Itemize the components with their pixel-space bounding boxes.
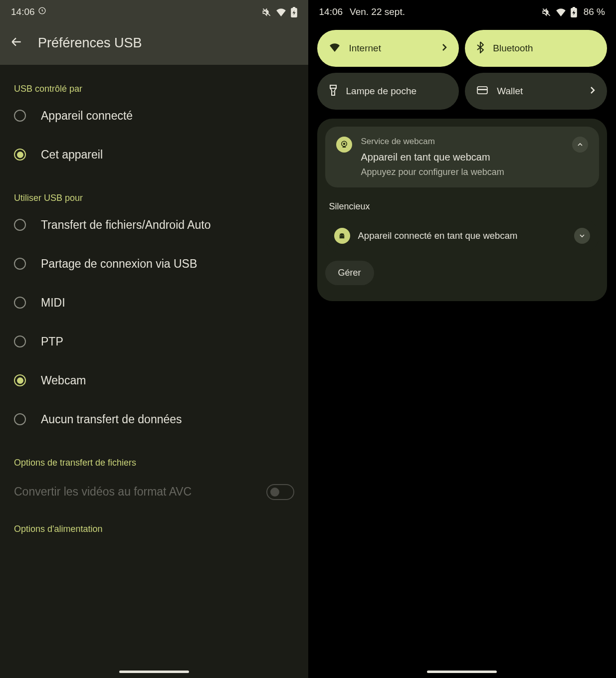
svg-point-10 [341,235,341,236]
status-time: 14:06 [11,6,35,17]
status-date: Ven. 22 sept. [350,6,542,17]
radio-label: MIDI [41,296,65,310]
status-time: 14:06 [319,6,343,17]
usb-use-option-5[interactable]: Aucun transfert de données [14,400,294,439]
manage-button[interactable]: Gérer [325,261,374,285]
usb-use-option-1[interactable]: Partage de connexion via USB [14,244,294,283]
notification-row-label: Appareil connecté en tant que webcam [358,230,567,241]
radio-label: Partage de connexion via USB [41,257,197,271]
android-icon [334,228,350,244]
internet-icon [329,43,340,54]
chevron-right-icon [442,43,447,53]
usb-use-option-0[interactable]: Transfert de fichiers/Android Auto [14,205,294,244]
radio-button[interactable] [14,297,26,309]
usb-controlled-option-0[interactable]: Appareil connecté [14,96,294,135]
notification-group: Service de webcam Appareil en tant que w… [317,119,608,301]
tile-label: Internet [349,43,433,54]
radio-label: Appareil connecté [41,109,133,123]
svg-rect-2 [292,7,295,8]
notification-app-name: Service de webcam [361,137,564,147]
usb-use-option-3[interactable]: PTP [14,322,294,361]
convert-avc-row[interactable]: Convertir les vidéos au format AVC [14,470,294,505]
status-bar-left: 14:06 [0,0,308,24]
clock-icon [38,6,46,17]
bluetooth-icon [477,41,484,55]
svg-rect-4 [573,7,575,8]
svg-rect-7 [477,89,487,90]
radio-button[interactable] [14,413,26,425]
radio-button[interactable] [14,336,26,347]
webcam-icon [336,137,352,153]
settings-header: Préférences USB [0,24,308,65]
back-button[interactable] [10,35,23,50]
home-indicator[interactable] [427,671,497,673]
notification-title: Appareil en tant que webcam [361,152,564,163]
radio-button[interactable] [14,374,26,386]
expand-button[interactable] [574,228,590,244]
wifi-icon [556,8,566,16]
collapse-button[interactable] [572,137,588,153]
section-usb-controlled-by: USB contrôlé par [14,65,294,96]
battery-charging-icon [571,7,577,17]
tile-label: Lampe de poche [346,86,447,97]
radio-label: Cet appareil [41,148,103,162]
battery-charging-icon [291,7,297,17]
svg-point-11 [343,235,343,236]
webcam-connected-notification[interactable]: Appareil connecté en tant que webcam [325,219,600,253]
svg-rect-5 [330,85,336,88]
flashlight-icon [329,84,337,98]
page-title: Préférences USB [38,35,142,51]
radio-button[interactable] [14,110,26,122]
home-indicator[interactable] [119,671,189,673]
status-icons-right: 86 % [542,6,605,17]
tile-flashlight[interactable]: Lampe de poche [317,73,459,110]
radio-label: Transfert de fichiers/Android Auto [41,218,211,232]
mute-icon [542,7,551,17]
status-bar-right: 14:06 Ven. 22 sept. 86 % [308,0,616,24]
tile-internet[interactable]: Internet [317,30,459,67]
wifi-icon [276,8,286,16]
chevron-up-icon [576,141,584,149]
usb-use-option-2[interactable]: MIDI [14,283,294,322]
status-icons-left [262,7,297,17]
svg-point-9 [343,143,345,145]
section-power-options: Options d'alimentation [14,505,294,536]
section-use-usb-for: Utiliser USB pour [14,174,294,205]
chevron-down-icon [578,232,586,240]
webcam-notification[interactable]: Service de webcam Appareil en tant que w… [325,127,600,187]
usb-controlled-option-1[interactable]: Cet appareil [14,135,294,174]
convert-avc-toggle[interactable] [266,484,294,500]
silent-section-label: Silencieux [325,187,600,219]
section-file-transfer-options: Options de transfert de fichiers [14,439,294,470]
usb-use-option-4[interactable]: Webcam [14,361,294,400]
convert-avc-label: Convertir les vidéos au format AVC [14,484,256,500]
radio-button[interactable] [14,149,26,161]
quick-settings-tiles: InternetBluetoothLampe de pocheWallet [308,24,616,110]
tile-label: Bluetooth [493,43,595,54]
mute-icon [262,7,271,17]
radio-button[interactable] [14,258,26,270]
wallet-icon [477,86,488,97]
radio-label: PTP [41,335,63,348]
notification-subtitle: Appuyez pour configurer la webcam [361,167,564,177]
radio-label: Webcam [41,374,86,387]
radio-label: Aucun transfert de données [41,413,182,426]
battery-percent: 86 % [584,6,605,17]
tile-wallet[interactable]: Wallet [465,73,607,110]
radio-button[interactable] [14,219,26,231]
chevron-right-icon [590,86,595,96]
tile-label: Wallet [497,86,581,97]
tile-bluetooth[interactable]: Bluetooth [465,30,607,67]
settings-screen: 14:06 Préférences USB USB contrôlé par A… [0,0,308,678]
quick-settings-screen: 14:06 Ven. 22 sept. 86 % InternetBluetoo… [308,0,616,678]
